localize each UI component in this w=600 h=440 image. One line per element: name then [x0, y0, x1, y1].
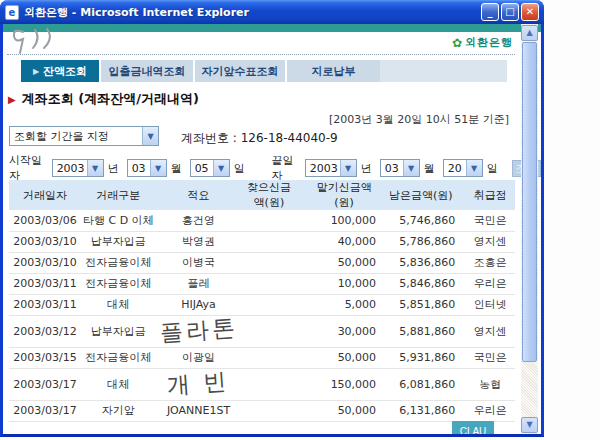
cell-withdraw: [242, 231, 312, 252]
minimize-button[interactable]: _: [481, 3, 499, 21]
chevron-down-icon: ▼: [142, 127, 158, 145]
cell-balance: 5,846,860: [386, 273, 465, 294]
cell-balance: 5,836,860: [386, 252, 465, 273]
bank-logo: ✿ 외환은행: [452, 35, 513, 50]
cell-deposit: 50,000: [312, 347, 386, 368]
end-month-select[interactable]: 03 ▼: [380, 159, 420, 177]
browser-window: e 외환은행 - Microsoft Internet Explorer _ □…: [0, 0, 544, 437]
ie-page-icon: e: [5, 5, 19, 20]
as-of-timestamp: [2003년 3월 20일 10시 51분 기준]: [329, 112, 509, 127]
close-button[interactable]: ✕: [521, 3, 539, 21]
start-year-select[interactable]: 2003 ▼: [52, 159, 104, 177]
cell-deposit: 100,000: [312, 210, 386, 231]
cell-type: 납부자입금: [81, 231, 155, 252]
cell-desc: JOANNE1ST: [155, 400, 241, 421]
tab-arrow-icon: ▶: [33, 67, 39, 76]
transactions-table: 거래일자 거래구분 적요 찾으신금액(원) 맡기신금액(원) 남은금액(원) 취…: [9, 180, 515, 422]
cell-balance: 5,851,860: [386, 294, 465, 315]
vertical-scrollbar[interactable]: ▲ ▼: [521, 24, 538, 434]
scrollbar-thumb[interactable]: [522, 42, 537, 362]
cell-balance: 5,746,860: [386, 210, 465, 231]
handwritten-annotation: 개 빈: [166, 365, 230, 400]
scroll-down-icon[interactable]: ▼: [521, 417, 538, 433]
cell-branch: 영지센: [465, 231, 515, 252]
cell-type: 자기앞: [81, 400, 155, 421]
chevron-down-icon: ▼: [466, 160, 482, 176]
table-row: 2003/03/11대체HIJAya5,0005,851,860인터넷: [9, 294, 515, 315]
bank-logo-text: 외환은행: [465, 35, 513, 50]
cell-desc: 플레: [155, 273, 241, 294]
header-branch: 취급점: [465, 180, 515, 210]
chevron-down-icon: ▼: [150, 160, 166, 176]
cell-desc: 플라톤: [155, 315, 241, 347]
cell-withdraw: [242, 294, 312, 315]
tab-bar: ▶ 잔액조회 입출금내역조회 자기앞수표조회 지로납부: [21, 60, 507, 82]
cell-branch: 인터넷: [465, 294, 515, 315]
start-month-select[interactable]: 03 ▼: [127, 159, 167, 177]
year-suffix: 년: [361, 161, 372, 176]
maximize-button[interactable]: □: [501, 3, 519, 21]
tab-giro-payment[interactable]: 지로납부: [285, 60, 380, 82]
end-date-label: 끝일자: [271, 153, 299, 183]
header-description: 적요: [155, 180, 241, 210]
cell-desc: 박영권: [155, 231, 241, 252]
scroll-up-icon[interactable]: ▲: [521, 25, 538, 41]
table-row: 2003/03/10전자금융이체이병국50,0005,836,860조흥은: [9, 252, 515, 273]
tab-cashiers-check-inquiry[interactable]: 자기앞수표조회: [193, 60, 285, 82]
cell-branch: 우리은: [465, 400, 515, 421]
tab-deposit-withdrawal-history[interactable]: 입출금내역조회: [99, 60, 193, 82]
table-row: 2003/03/06타행 C D 이체홍건영100,0005,746,860국민…: [9, 210, 515, 231]
header-transaction-type: 거래구분: [81, 180, 155, 210]
cell-branch: 농협: [465, 368, 515, 400]
cell-type: 납부자입금: [81, 315, 155, 347]
transactions-body: 2003/03/06타행 C D 이체홍건영100,0005,746,860국민…: [9, 210, 515, 421]
end-day-select[interactable]: 20 ▼: [443, 159, 483, 177]
month-suffix: 월: [424, 161, 435, 176]
start-day-select[interactable]: 05 ▼: [190, 159, 230, 177]
cell-desc: 이병국: [155, 252, 241, 273]
table-row: 2003/03/15전자금융이체이광일50,0005,931,860국민은: [9, 347, 515, 368]
pen-scribble: [9, 26, 79, 56]
period-select-value: 조회할 기간을 지정: [10, 129, 142, 144]
brand-teal-band: [3, 24, 541, 32]
cell-type: 전자금융이체: [81, 273, 155, 294]
cell-balance: 5,786,860: [386, 231, 465, 252]
cell-deposit: 150,000: [312, 368, 386, 400]
cell-branch: 조흥은: [465, 252, 515, 273]
table-row: 2003/03/17자기앞JOANNE1ST50,0006,131,860우리은: [9, 400, 515, 421]
title-bar: e 외환은행 - Microsoft Internet Explorer _ □…: [0, 0, 544, 24]
tab-balance-inquiry[interactable]: ▶ 잔액조회: [21, 60, 99, 82]
cell-date: 2003/03/15: [9, 347, 81, 368]
header-deposit-amount: 맡기신금액(원): [312, 180, 386, 210]
month-suffix: 월: [171, 161, 182, 176]
cell-desc: 개 빈: [155, 368, 241, 400]
cell-type: 전자금융이체: [81, 252, 155, 273]
cell-date: 2003/03/10: [9, 252, 81, 273]
cell-deposit: 5,000: [312, 294, 386, 315]
cell-balance: 5,931,860: [386, 347, 465, 368]
footer-button[interactable]: CLAU: [452, 421, 494, 434]
cell-date: 2003/03/17: [9, 368, 81, 400]
flower-icon: ✿: [452, 37, 462, 49]
cell-withdraw: [242, 273, 312, 294]
cell-branch: 영지센: [465, 315, 515, 347]
cell-deposit: 10,000: [312, 273, 386, 294]
cell-deposit: 30,000: [312, 315, 386, 347]
cell-deposit: 50,000: [312, 400, 386, 421]
account-number-row: 계좌번호 : 126-18-44040-9: [181, 130, 338, 147]
cell-withdraw: [242, 400, 312, 421]
end-year-select[interactable]: 2003 ▼: [305, 159, 357, 177]
day-suffix: 일: [234, 161, 245, 176]
header-balance: 남은금액(원): [386, 180, 465, 210]
cell-withdraw: [242, 210, 312, 231]
cell-desc: 홍건영: [155, 210, 241, 231]
cell-desc: 이광일: [155, 347, 241, 368]
cell-balance: 5,881,860: [386, 315, 465, 347]
cell-date: 2003/03/10: [9, 231, 81, 252]
period-select[interactable]: 조회할 기간을 지정 ▼: [9, 126, 159, 146]
cell-withdraw: [242, 252, 312, 273]
cell-date: 2003/03/11: [9, 294, 81, 315]
year-suffix: 년: [108, 161, 119, 176]
cell-date: 2003/03/06: [9, 210, 81, 231]
account-number-value: 126-18-44040-9: [241, 131, 338, 145]
